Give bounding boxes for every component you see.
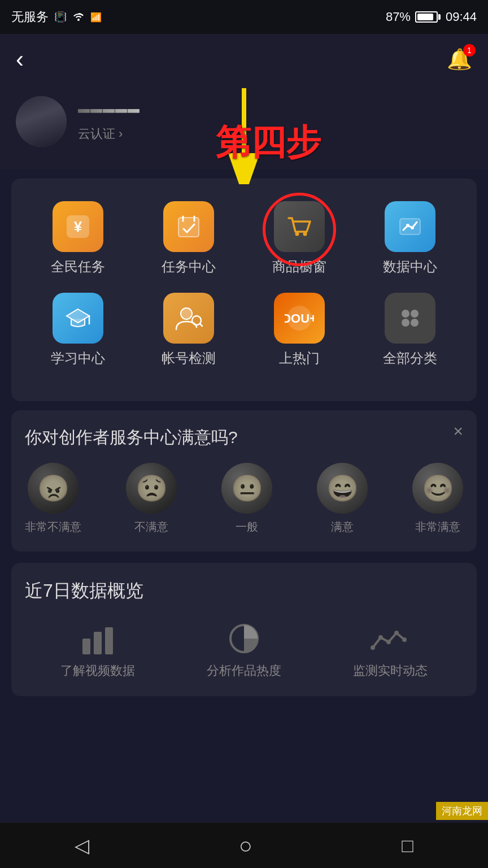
svg-point-22 <box>411 319 419 327</box>
status-bar-left: 无服务 📳 📶 <box>11 8 102 25</box>
svg-point-7 <box>295 232 299 236</box>
carrier-label: 无服务 <box>11 8 49 25</box>
battery-fill <box>417 14 433 20</box>
good-emoji: 😄 <box>317 463 368 514</box>
svg-rect-25 <box>105 627 113 654</box>
quanbu-icon-box <box>385 293 435 344</box>
bar-chart-icon <box>78 620 117 654</box>
neutral-label: 一般 <box>236 519 258 535</box>
menu-item-zhanghao[interactable]: 帐号检测 <box>133 287 244 373</box>
shangre-label: 上热门 <box>279 349 320 367</box>
status-bar-right: 87% 09:44 <box>386 10 477 24</box>
shangpin-label: 商品橱窗 <box>272 258 326 276</box>
renwu-icon-box <box>163 201 214 252</box>
avatar-image <box>16 96 67 147</box>
survey-title: 你对创作者服务中心满意吗? <box>25 426 463 449</box>
shangpin-icon-box <box>274 201 325 252</box>
data-title: 近7日数据概览 <box>25 579 463 604</box>
survey-bad[interactable]: 😟 不满意 <box>126 463 177 535</box>
xuexi-icon-box <box>53 293 103 344</box>
video-data-label: 了解视频数据 <box>60 662 135 679</box>
svg-point-20 <box>411 310 419 318</box>
profile-name: ━━━━━ <box>78 101 140 122</box>
svg-line-16 <box>200 324 202 326</box>
menu-item-shangpin[interactable]: 商品橱窗 <box>244 196 355 281</box>
profile-cert[interactable]: 云认证 › <box>78 125 140 142</box>
data-item-realtime[interactable]: 监测实时动态 <box>353 620 428 679</box>
svg-point-27 <box>371 645 375 650</box>
menu-item-renwu[interactable]: 任务中心 <box>133 196 244 281</box>
very-bad-emoji: 😠 <box>28 463 79 514</box>
network-icon: 📶 <box>90 12 102 23</box>
notification-button[interactable]: 🔔 1 <box>447 47 472 71</box>
quanmin-icon-box: ¥ <box>53 201 103 252</box>
zhanghao-label: 帐号检测 <box>162 349 216 367</box>
svg-point-30 <box>394 631 399 635</box>
survey-good[interactable]: 😄 满意 <box>317 463 368 535</box>
xuexi-label: 学习中心 <box>51 349 105 367</box>
svg-point-19 <box>402 310 409 318</box>
menu-item-xuexi[interactable]: 学习中心 <box>23 287 133 373</box>
svg-point-11 <box>411 226 414 229</box>
svg-point-21 <box>402 319 409 327</box>
nav-recent-button[interactable]: □ <box>402 835 413 857</box>
data-item-video[interactable]: 了解视频数据 <box>60 620 135 679</box>
survey-neutral[interactable]: 😐 一般 <box>221 463 272 535</box>
bad-label: 不满意 <box>134 519 168 535</box>
good-label: 满意 <box>331 519 354 535</box>
top-nav: ‹ 🔔 1 <box>0 34 488 85</box>
heat-data-label: 分析作品热度 <box>207 662 281 679</box>
shuju-icon-box <box>385 201 435 252</box>
shuju-label: 数据中心 <box>383 258 437 276</box>
svg-point-10 <box>406 224 409 227</box>
menu-item-quanmin[interactable]: ¥ 全民任务 <box>23 196 133 281</box>
data-row: 了解视频数据 分析作品热度 <box>25 620 463 679</box>
survey-very-bad[interactable]: 😠 非常不满意 <box>25 463 81 535</box>
survey-close-button[interactable]: × <box>453 422 463 441</box>
cert-label: 云认证 <box>78 125 115 142</box>
bad-emoji: 😟 <box>126 463 177 514</box>
survey-card: × 你对创作者服务中心满意吗? 😠 非常不满意 😟 不满意 😐 一般 😄 满意 <box>11 410 477 552</box>
main-card: ¥ 全民任务 任务中心 <box>11 179 477 401</box>
watermark: 河南龙网 <box>436 802 488 820</box>
very-bad-label: 非常不满意 <box>25 519 81 535</box>
svg-point-31 <box>402 637 407 642</box>
realtime-label: 监测实时动态 <box>353 662 428 679</box>
avatar <box>16 96 67 147</box>
nav-home-button[interactable]: ○ <box>239 833 252 858</box>
pie-chart-icon <box>224 620 264 654</box>
neutral-emoji: 😐 <box>221 463 272 514</box>
very-good-label: 非常满意 <box>415 519 460 535</box>
line-chart-icon <box>371 620 410 654</box>
survey-very-good[interactable]: 😊 非常满意 <box>412 463 463 535</box>
menu-item-shuju[interactable]: 数据中心 <box>355 196 465 281</box>
wifi-icon <box>72 10 85 24</box>
shangre-icon-box: DOU+ <box>274 293 325 344</box>
watermark-text: 河南龙网 <box>442 805 482 817</box>
bottom-nav: ◁ ○ □ <box>0 823 488 868</box>
quanmin-label: 全民任务 <box>51 258 105 276</box>
icon-grid: ¥ 全民任务 任务中心 <box>23 196 465 373</box>
svg-rect-24 <box>94 632 102 654</box>
svg-text:DOU+: DOU+ <box>285 311 314 326</box>
quanbu-label: 全部分类 <box>383 349 437 367</box>
svg-point-28 <box>378 635 383 640</box>
very-good-emoji: 😊 <box>412 463 463 514</box>
back-button[interactable]: ‹ <box>16 46 24 73</box>
data-item-heat[interactable]: 分析作品热度 <box>207 620 281 679</box>
signal-icon: 📳 <box>54 11 67 23</box>
svg-point-29 <box>386 640 391 644</box>
header-wrapper: ━━━━━ 云认证 › 第四步 <box>0 85 488 170</box>
cert-arrow: › <box>119 127 123 141</box>
data-section: 近7日数据概览 了解视频数据 分析作品热度 <box>11 563 477 696</box>
status-bar: 无服务 📳 📶 87% 09:44 <box>0 0 488 34</box>
svg-rect-23 <box>82 639 90 654</box>
nav-back-button[interactable]: ◁ <box>75 834 89 857</box>
menu-item-shangre[interactable]: DOU+ 上热门 <box>244 287 355 373</box>
svg-text:¥: ¥ <box>74 218 82 235</box>
svg-rect-4 <box>178 218 199 237</box>
profile-section: ━━━━━ 云认证 › <box>0 85 488 164</box>
zhanghao-icon-box <box>163 293 214 344</box>
menu-item-quanbu[interactable]: 全部分类 <box>355 287 465 373</box>
svg-point-14 <box>181 308 192 319</box>
